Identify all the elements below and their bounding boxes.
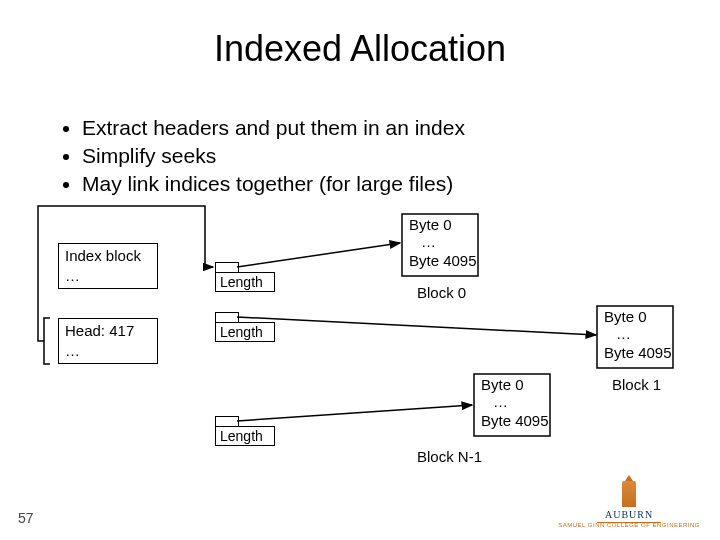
byte-top: Byte 0 xyxy=(604,308,647,325)
slide-title: Indexed Allocation xyxy=(0,28,720,70)
index-block-box: Index block … xyxy=(58,243,158,289)
head-block-box: Head: 417 … xyxy=(58,318,158,364)
bullet-item: Simplify seeks xyxy=(82,143,465,170)
length-box: Length xyxy=(215,322,275,342)
block0-name: Block 0 xyxy=(417,284,466,303)
blockn-name: Block N-1 xyxy=(417,448,482,467)
byte-top: Byte 0 xyxy=(481,376,524,393)
blockn-byte-labels: Byte 0 … Byte 4095 xyxy=(481,376,549,430)
head-block-ellipsis: … xyxy=(65,341,151,361)
byte-ellipsis: … xyxy=(409,233,477,252)
byte-top: Byte 0 xyxy=(409,216,452,233)
logo-text: AUBURN xyxy=(558,509,700,520)
tower-icon xyxy=(622,481,636,507)
bullet-item: Extract headers and put them in an index xyxy=(82,115,465,142)
block0-byte-labels: Byte 0 … Byte 4095 xyxy=(409,216,477,270)
page-number: 57 xyxy=(18,510,34,526)
auburn-logo: AUBURN SAMUEL GINN COLLEGE OF ENGINEERIN… xyxy=(558,481,700,528)
byte-bottom: Byte 4095 xyxy=(481,412,549,429)
block1-byte-labels: Byte 0 … Byte 4095 xyxy=(604,308,672,362)
length-box: Length xyxy=(215,272,275,292)
length-box: Length xyxy=(215,426,275,446)
bullet-list: Extract headers and put them in an index… xyxy=(42,115,465,199)
byte-ellipsis: … xyxy=(481,393,549,412)
head-block-label: Head: 417 xyxy=(65,321,151,341)
index-block-ellipsis: … xyxy=(65,266,151,286)
block1-name: Block 1 xyxy=(612,376,661,395)
bullet-item: May link indices together (for large fil… xyxy=(82,171,465,198)
index-block-label: Index block xyxy=(65,246,151,266)
logo-subtext: SAMUEL GINN COLLEGE OF ENGINEERING xyxy=(558,522,700,528)
byte-bottom: Byte 4095 xyxy=(409,252,477,269)
byte-bottom: Byte 4095 xyxy=(604,344,672,361)
byte-ellipsis: … xyxy=(604,325,672,344)
